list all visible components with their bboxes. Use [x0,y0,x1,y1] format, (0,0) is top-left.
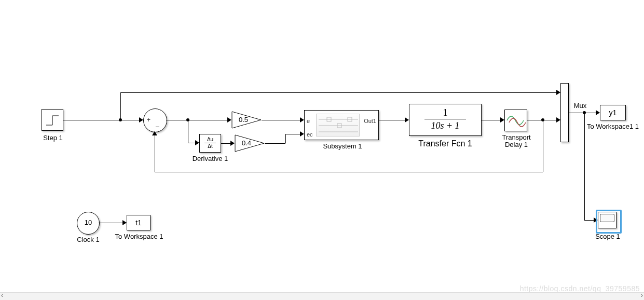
tf-denominator: 10s + 1 [409,120,481,131]
wire [285,134,286,143]
wire [584,220,595,221]
arrow-icon [230,141,235,146]
derivative-den: Δt [200,143,221,149]
subsystem-label: Subsystem 1 [317,142,368,150]
wire [584,113,597,113]
wire [265,143,285,144]
arrow-icon [556,90,560,95]
transport-delay-block[interactable] [504,110,527,131]
step-block[interactable] [42,109,63,131]
subsystem-port-out: Out1 [364,118,376,124]
step-label: Step 1 [37,134,68,142]
arrow-icon [139,117,143,122]
wire [482,120,501,120]
wire [221,143,231,144]
wire [527,120,543,120]
horizontal-scrollbar[interactable]: ‹ › [0,292,644,300]
scope-block[interactable] [598,212,616,228]
to-workspace-y1-label: To Workspace1 1 [583,122,642,130]
wire [120,120,140,120]
wire [285,134,301,134]
wire [120,92,121,120]
arrow-icon [122,220,127,225]
gain-block[interactable]: 0.5 [231,111,262,129]
arrow-icon [500,117,504,122]
wire [188,120,188,143]
arrow-icon [152,131,157,135]
scope-label: Scope 1 [592,233,624,240]
wire [262,120,301,120]
derivative-label: Derivative 1 [189,155,231,162]
simulink-diagram: Step 1 + − Δu Δt Derivative 1 0.5 0.4 [0,0,644,300]
y1-text: y1 [609,108,617,117]
wire [188,120,228,120]
arrow-icon [227,117,231,122]
scope-screen [600,214,614,222]
transfer-fcn-label: Transfer Fcn 1 [409,139,482,148]
gain-block[interactable]: 0.4 [235,134,265,152]
wire [99,223,124,223]
clock-value: 10 [85,219,92,226]
wire [63,120,120,120]
wire [155,172,543,172]
arrow-icon [195,140,199,145]
subsystem-block[interactable]: e ec Out1 [304,110,379,140]
to-workspace-y1-block[interactable]: y1 [600,105,626,120]
sum-block[interactable]: + − [143,108,167,132]
arrow-icon [556,117,560,122]
wire [120,92,557,93]
frac-line [424,119,466,119]
arrow-icon [300,131,304,137]
gain2-value: 0.4 [242,139,251,147]
scroll-right-icon[interactable]: › [641,292,643,299]
subsystem-port-ec: ec [307,131,313,138]
to-workspace-t1-label: To Workspace 1 [113,233,165,240]
wire [569,113,584,113]
derivative-num: Δu [200,137,221,143]
wire [155,131,155,172]
scroll-left-icon[interactable]: ‹ [1,292,3,299]
sum-minus: − [155,122,159,131]
gain1-value: 0.5 [239,116,248,124]
arrow-icon [596,110,600,115]
derivative-block[interactable]: Δu Δt [199,134,221,153]
sum-plus: + [147,116,150,124]
watermark-text: https://blog.csdn.net/qq_39759585 [520,284,640,293]
tf-numerator: 1 [409,107,481,118]
arrow-icon [300,117,304,122]
clock-label: Clock 1 [75,236,102,243]
transport-delay-label: TransportDelay 1 [497,134,536,148]
wire [584,113,585,220]
wire [166,120,188,120]
mux-label: Mux [571,102,590,110]
wire [543,120,543,172]
clock-block[interactable]: 10 [77,212,100,235]
arrow-icon [405,117,409,122]
mux-block[interactable] [560,83,569,142]
transfer-fcn-block[interactable]: 1 10s + 1 [409,104,482,136]
wire [543,120,557,120]
subsystem-port-e: e [307,118,310,124]
wire [379,120,406,120]
t1-text: t1 [135,219,142,227]
to-workspace-t1-block[interactable]: t1 [127,215,150,230]
subsystem-preview [316,114,360,137]
